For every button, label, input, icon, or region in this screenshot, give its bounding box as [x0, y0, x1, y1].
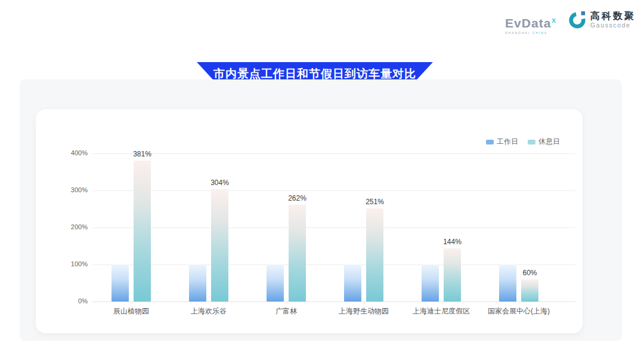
category-label: 广富林 [247, 306, 325, 316]
evdata-subtext-left: SHANGHAI [505, 31, 530, 35]
gausscode-text: 高科数聚 Gausscode [590, 11, 636, 29]
bar-休息日-广富林[interactable] [289, 205, 306, 302]
evdata-logo: EvDatax SHANGHAI CHINA [505, 14, 556, 35]
evdata-subtext: SHANGHAI CHINA [505, 31, 547, 35]
value-label: 381% [123, 150, 162, 158]
category-label: 上海欢乐谷 [170, 306, 247, 316]
bar-工作日-广富林[interactable] [267, 264, 284, 302]
gausscode-en: Gausscode [590, 21, 636, 29]
chart-panel: 工作日休息日 0%100%200%300%400%381%辰山植物园304%上海… [20, 79, 622, 341]
category-label: 国家会展中心(上海) [480, 306, 558, 316]
header-logos: EvDatax SHANGHAI CHINA 高科数聚 Gausscode [505, 11, 636, 35]
page: EvDatax SHANGHAI CHINA 高科数聚 Gausscode 市内… [0, 0, 644, 363]
y-axis-tick-label: 100% [54, 260, 88, 267]
bar-工作日-上海迪士尼度假区[interactable] [422, 264, 439, 302]
gridline-400% [92, 153, 575, 154]
y-axis-tick-label: 400% [54, 149, 88, 156]
evdata-subtext-right: CHINA [532, 31, 548, 35]
value-label: 262% [278, 194, 317, 202]
category-label: 辰山植物园 [92, 306, 170, 316]
value-label: 304% [201, 179, 239, 187]
y-axis-tick-label: 200% [54, 223, 88, 230]
bar-休息日-上海迪士尼度假区[interactable] [444, 248, 461, 302]
bar-休息日-辰山植物园[interactable] [134, 161, 151, 302]
gridline-300% [92, 190, 575, 191]
bar-工作日-上海野生动物园[interactable] [344, 264, 361, 302]
evdata-superscript: x [552, 16, 556, 24]
value-label: 144% [434, 238, 472, 246]
gridline-0% [92, 302, 575, 302]
bar-休息日-上海野生动物园[interactable] [366, 208, 383, 302]
gausscode-logo: 高科数聚 Gausscode [568, 11, 636, 29]
bar-休息日-上海欢乐谷[interactable] [211, 189, 228, 302]
category-label: 上海迪士尼度假区 [402, 306, 480, 316]
gridline-200% [92, 227, 575, 228]
value-label: 60% [511, 269, 549, 277]
chart-card: 工作日休息日 0%100%200%300%400%381%辰山植物园304%上海… [36, 109, 583, 333]
gausscode-cn: 高科数聚 [590, 11, 636, 21]
gausscode-icon-square [581, 11, 586, 16]
evdata-wordmark: EvDatax [505, 14, 556, 29]
y-axis-tick-label: 300% [54, 186, 88, 193]
y-axis-tick-label: 0% [54, 297, 88, 304]
bar-休息日-国家会展中心(上海)[interactable] [521, 279, 538, 302]
gausscode-g-icon [568, 11, 586, 29]
bar-工作日-上海欢乐谷[interactable] [189, 264, 206, 302]
category-label: 上海野生动物园 [325, 306, 402, 316]
plot-area: 0%100%200%300%400%381%辰山植物园304%上海欢乐谷262%… [36, 109, 583, 333]
evdata-brand-text: EvData [505, 16, 551, 30]
value-label: 251% [356, 198, 394, 206]
bar-工作日-辰山植物园[interactable] [112, 264, 129, 302]
